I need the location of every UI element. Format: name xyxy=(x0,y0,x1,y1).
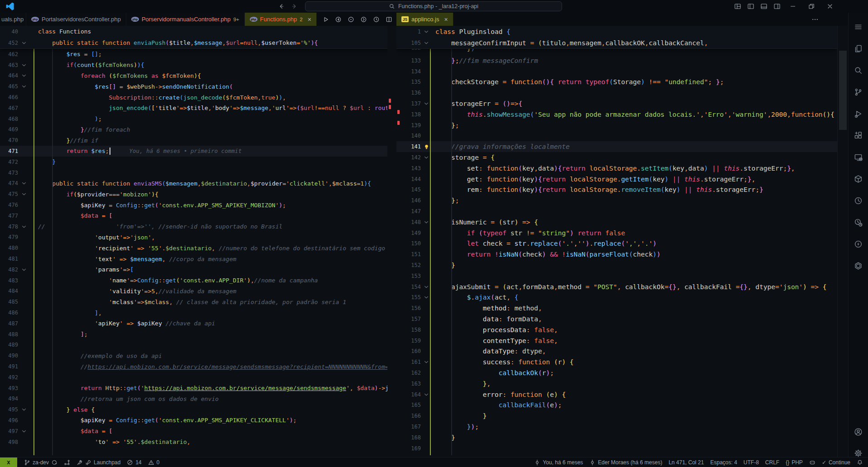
code-line[interactable]: 486 ], xyxy=(0,307,396,318)
code-line[interactable]: 161 success: function (r) { xyxy=(396,357,837,367)
code-line[interactable]: 159 contentType: false, xyxy=(396,335,837,346)
code-line[interactable]: 134 xyxy=(396,66,837,77)
code-line[interactable]: 496 $apiKey = Config::get('const.env.APP… xyxy=(0,415,396,426)
tab-functions-php[interactable]: phpFunctions.php2× xyxy=(245,13,317,26)
code-line[interactable]: 150 let check = str.replace('.','').repl… xyxy=(396,238,837,249)
status-eol[interactable]: CRLF xyxy=(762,457,782,467)
code-line[interactable]: 491 //https://api.mobizon.com.br/service… xyxy=(0,361,396,372)
code-line[interactable]: 485 'mclass'=>$mclass, // classe de alta… xyxy=(0,296,396,307)
editor-pane-functions-php[interactable]: 40class Functions452 public static funct… xyxy=(0,26,396,457)
sticky-scroll[interactable]: 1class Pluginsload {105 messageConfirmIn… xyxy=(396,26,837,49)
fold-chevron-icon[interactable] xyxy=(18,428,30,434)
code-line[interactable]: 168 } xyxy=(396,432,837,443)
status-blame-author[interactable]: Eder Moraes (há 6 meses) xyxy=(586,457,665,467)
code-line[interactable]: 469 }//fim foreach xyxy=(0,124,396,135)
hexagon-icon[interactable] xyxy=(849,256,868,275)
extensions-icon[interactable] xyxy=(849,126,868,145)
remote-indicator-button[interactable] xyxy=(0,457,17,467)
code-line[interactable]: 164 error: function (e) { xyxy=(396,389,837,400)
code-line[interactable]: 484 'validity'=>5,//validade da mensagem xyxy=(0,286,396,297)
code-line[interactable]: 157 data: formData, xyxy=(396,314,837,324)
tab-porservidormanualscontroller-php[interactable]: phpPorservidormanualsController.php9+ xyxy=(126,13,245,26)
status-problems-item[interactable]: 14 xyxy=(124,457,144,467)
code-line[interactable]: 139 }; xyxy=(396,120,837,131)
fold-chevron-icon[interactable] xyxy=(18,406,30,413)
command-center-search[interactable]: Functions.php - _lara12-proj-api xyxy=(305,1,562,11)
sticky-scroll[interactable]: 40class Functions452 public static funct… xyxy=(0,26,396,49)
code-line[interactable]: 105 messageConfirmInput = (titulo,mensag… xyxy=(396,37,837,48)
code-line[interactable]: 464 foreach ($fcmTokens as $fcmToken){ xyxy=(0,71,396,81)
panel-bottom-icon[interactable] xyxy=(757,0,770,13)
code-line[interactable]: 147 xyxy=(396,206,837,217)
code-line[interactable]: 167 }); xyxy=(396,421,837,432)
code-line[interactable]: 489 xyxy=(0,340,396,351)
status-blame-you[interactable]: You, há 6 meses xyxy=(531,457,586,467)
scrollbar-track[interactable] xyxy=(837,26,848,457)
code-line[interactable]: 462 $res = []; xyxy=(0,49,396,60)
fold-chevron-icon[interactable] xyxy=(18,40,30,46)
code-line[interactable]: 141 //grava informações localmente xyxy=(396,141,837,152)
tab-uals-php[interactable]: uals.php xyxy=(0,13,26,26)
code-line[interactable]: 135 checkStorage = function(){ return ty… xyxy=(396,77,837,88)
code-line[interactable]: 498 'to' => '55'.$destinatario, xyxy=(0,437,396,448)
code-line[interactable]: 151 return !isNaN(check) && !isNaN(parse… xyxy=(396,249,837,260)
code-line[interactable]: 156 method: method, xyxy=(396,303,837,314)
status-branch-item[interactable]: za-dev xyxy=(21,457,61,467)
code-line[interactable]: 495 } else { xyxy=(0,404,396,415)
code-line[interactable]: 145 rem: function(key){return localStora… xyxy=(396,185,837,195)
code-line[interactable]: 480 'recipient' => '55'.$destinatario, /… xyxy=(0,243,396,253)
code-line[interactable]: 165 callbackFail(e); xyxy=(396,400,837,411)
code-line[interactable]: 482 'params'=>[ xyxy=(0,264,396,275)
code-line[interactable]: 166 } xyxy=(396,410,837,421)
record-button[interactable] xyxy=(345,13,357,25)
editor-pane-applinco-js[interactable]: 1class Pluginsload {105 messageConfirmIn… xyxy=(396,26,837,457)
code-line[interactable]: 40class Functions xyxy=(0,26,396,37)
code-line[interactable]: 467 json_encode(['title'=>$title,'body'=… xyxy=(0,103,396,114)
code-line[interactable]: 483 'name'=>Config::get('const.env.APP_D… xyxy=(0,275,396,286)
code-line[interactable]: 494 //retorna um json com os dados de en… xyxy=(0,394,396,405)
nav-forward-button[interactable] xyxy=(288,1,300,11)
tab-close-icon[interactable]: × xyxy=(308,16,311,23)
code-line[interactable]: 466 Subscription::create(json_decode($fc… xyxy=(0,92,396,103)
account-icon[interactable] xyxy=(849,422,868,441)
code-line[interactable]: 155 $.ajax(act, { xyxy=(396,292,837,303)
code-line[interactable]: 158 processData: false, xyxy=(396,324,837,335)
code-line[interactable]: 488 ]; xyxy=(0,329,396,340)
fold-chevron-icon[interactable] xyxy=(421,29,432,35)
code-line[interactable]: 475 if($provider==='mobizon'){ xyxy=(0,189,396,200)
code-line[interactable]: 153 xyxy=(396,271,837,281)
run-button[interactable] xyxy=(320,13,332,25)
sidebar-left-icon[interactable] xyxy=(744,0,757,13)
clock-at-icon[interactable] xyxy=(849,213,868,232)
menu-icon[interactable] xyxy=(849,17,868,36)
sidebar-right-icon[interactable] xyxy=(770,0,783,13)
profile-button[interactable] xyxy=(370,13,382,25)
code-line[interactable]: 143 set: function(key,data){return local… xyxy=(396,163,837,174)
minimize-icon[interactable] xyxy=(783,0,802,13)
status-warnings-item[interactable]: 0 xyxy=(145,457,163,467)
code-line[interactable]: 497 $data = [ xyxy=(0,426,396,437)
fold-chevron-icon[interactable] xyxy=(18,267,30,273)
thunder-icon[interactable] xyxy=(849,234,868,253)
split-editor-button[interactable] xyxy=(383,13,395,25)
code-line[interactable]: 137 storageErr = ()=>{ xyxy=(396,98,837,109)
remote-explorer-icon[interactable] xyxy=(849,148,868,167)
explorer-icon[interactable] xyxy=(849,39,868,58)
nav-back-button[interactable] xyxy=(275,1,287,11)
fold-chevron-icon[interactable] xyxy=(18,62,30,68)
code-line[interactable]: 487 'apiKey' => $apiKey //chave da api xyxy=(0,318,396,329)
code-line[interactable]: 140 xyxy=(396,131,837,142)
code-line[interactable]: 478// 'from'=>'', //sender-id não suport… xyxy=(0,221,396,232)
code-line[interactable]: 492 xyxy=(0,372,396,383)
code-line[interactable]: 163 }, xyxy=(396,378,837,389)
clock-icon[interactable] xyxy=(849,191,868,210)
close-icon[interactable] xyxy=(820,0,839,13)
status-cursor-position[interactable]: Ln 471, Col 21 xyxy=(665,457,707,467)
scrollbar-thumb[interactable] xyxy=(839,51,847,130)
fold-chevron-icon[interactable] xyxy=(18,191,30,197)
code-line[interactable]: 463 if(count($fcmTokens)){ xyxy=(0,60,396,71)
code-line[interactable]: 1class Pluginsload { xyxy=(396,26,837,37)
code-line[interactable]: 476 $apiKey = Config::get('const.env.APP… xyxy=(0,200,396,210)
restore-icon[interactable] xyxy=(802,0,820,13)
code-line[interactable]: 144 get: function(key){return localStora… xyxy=(396,174,837,185)
